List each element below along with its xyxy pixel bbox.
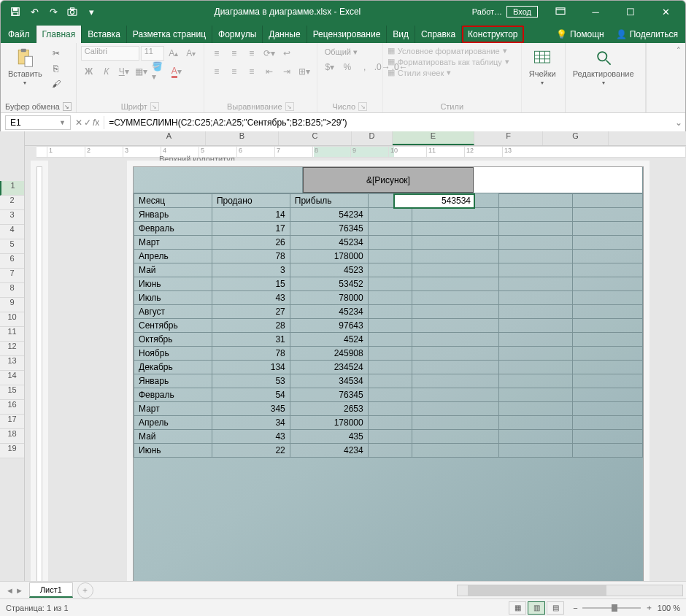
cell[interactable] bbox=[572, 236, 642, 250]
zoom-in[interactable]: ＋ bbox=[645, 602, 653, 613]
font-color-button[interactable]: A▾ bbox=[169, 64, 185, 79]
cell[interactable]: 45234 bbox=[290, 305, 368, 319]
view-page-layout[interactable]: ▥ bbox=[528, 601, 545, 615]
cell[interactable] bbox=[499, 430, 572, 444]
cell[interactable]: 54 bbox=[212, 388, 290, 402]
cell[interactable] bbox=[572, 347, 642, 361]
cell[interactable]: Февраль bbox=[134, 388, 212, 402]
clipboard-dialog-launcher[interactable]: ↘ bbox=[63, 102, 72, 111]
cell[interactable]: 78 bbox=[212, 347, 290, 361]
cell[interactable] bbox=[412, 444, 499, 458]
zoom-out[interactable]: − bbox=[573, 604, 577, 612]
cell[interactable]: 14 bbox=[212, 208, 290, 222]
header-right[interactable] bbox=[474, 167, 643, 193]
align-right-icon[interactable]: ≡ bbox=[244, 64, 260, 79]
bold-button[interactable]: Ж bbox=[81, 64, 97, 79]
number-format-combo[interactable]: Общий ▾ bbox=[322, 46, 379, 58]
row-header[interactable]: 14 bbox=[0, 371, 24, 385]
cell[interactable]: Август bbox=[134, 305, 212, 319]
cell[interactable]: Май bbox=[134, 263, 212, 277]
cell[interactable]: 43 bbox=[212, 291, 290, 305]
orientation-icon[interactable]: ⟳▾ bbox=[261, 46, 277, 61]
row-header[interactable]: 17 bbox=[0, 415, 24, 429]
qat-customize[interactable]: ▾ bbox=[82, 3, 100, 20]
cell[interactable] bbox=[368, 402, 412, 416]
cell[interactable]: 78000 bbox=[290, 291, 368, 305]
selected-cell[interactable]: 543534 bbox=[393, 193, 475, 209]
zoom-level[interactable]: 100 % bbox=[658, 604, 680, 612]
cut-button[interactable]: ✂ bbox=[48, 46, 64, 61]
cell[interactable] bbox=[499, 208, 572, 222]
cell[interactable] bbox=[572, 402, 642, 416]
comma-icon[interactable]: , bbox=[357, 60, 373, 74]
tab-view[interactable]: Вид bbox=[387, 26, 415, 43]
cell[interactable] bbox=[412, 319, 499, 333]
sheet-nav-prev[interactable]: ◄ bbox=[6, 586, 14, 595]
cell[interactable]: 76345 bbox=[290, 388, 368, 402]
login-button[interactable]: Вход bbox=[506, 6, 538, 18]
cell[interactable]: 34534 bbox=[290, 374, 368, 388]
editing-button[interactable]: Редактирование▾ bbox=[570, 46, 637, 88]
cell[interactable] bbox=[572, 374, 642, 388]
column-header-E[interactable]: E bbox=[393, 131, 474, 145]
align-left-icon[interactable]: ≡ bbox=[209, 64, 225, 79]
name-box[interactable]: E1▼ bbox=[5, 115, 71, 130]
save-button[interactable] bbox=[7, 3, 24, 20]
cell[interactable] bbox=[412, 374, 499, 388]
cell[interactable] bbox=[412, 402, 499, 416]
cell[interactable] bbox=[499, 250, 572, 263]
cell[interactable] bbox=[412, 416, 499, 430]
cell[interactable] bbox=[499, 444, 572, 458]
column-header-C[interactable]: C bbox=[279, 131, 352, 145]
cell[interactable] bbox=[499, 333, 572, 347]
cell[interactable]: 45234 bbox=[290, 236, 368, 250]
tab-review[interactable]: Рецензирование bbox=[307, 26, 388, 43]
cell[interactable] bbox=[572, 388, 642, 402]
font-name-combo[interactable]: Calibri bbox=[81, 46, 139, 61]
cell[interactable] bbox=[572, 361, 642, 374]
cell[interactable]: 22 bbox=[212, 444, 290, 458]
view-page-break[interactable]: ▤ bbox=[547, 601, 564, 615]
view-normal[interactable]: ▦ bbox=[509, 601, 526, 615]
font-size-combo[interactable]: 11 bbox=[141, 46, 164, 61]
cell[interactable] bbox=[412, 361, 499, 374]
cell[interactable] bbox=[412, 277, 499, 291]
cell[interactable]: Сентябрь bbox=[134, 319, 212, 333]
cell[interactable] bbox=[368, 236, 412, 250]
align-middle-icon[interactable]: ≡ bbox=[226, 46, 242, 61]
cell[interactable] bbox=[412, 250, 499, 263]
tab-design[interactable]: Конструктор bbox=[462, 26, 523, 43]
tell-me[interactable]: 💡Помощн bbox=[550, 26, 610, 43]
cell[interactable]: Март bbox=[134, 402, 212, 416]
cell[interactable]: Июнь bbox=[134, 277, 212, 291]
cell[interactable]: Прибыль bbox=[290, 194, 368, 208]
cell[interactable] bbox=[572, 416, 642, 430]
cell[interactable] bbox=[412, 222, 499, 236]
cell[interactable] bbox=[572, 222, 642, 236]
expand-formula-bar[interactable]: ⌄ bbox=[672, 118, 685, 128]
cell[interactable]: 97643 bbox=[290, 319, 368, 333]
row-header[interactable]: 9 bbox=[0, 298, 24, 312]
share-button[interactable]: 👤Поделиться bbox=[610, 26, 684, 43]
percent-icon[interactable]: % bbox=[339, 60, 355, 74]
wrap-text-icon[interactable]: ↩ bbox=[279, 46, 295, 61]
cell[interactable]: 178000 bbox=[290, 416, 368, 430]
cell[interactable]: Февраль bbox=[134, 222, 212, 236]
cell[interactable]: 17 bbox=[212, 222, 290, 236]
row-header[interactable]: 13 bbox=[0, 356, 24, 371]
cell[interactable]: Апрель bbox=[134, 250, 212, 263]
cell[interactable]: Апрель bbox=[134, 416, 212, 430]
collapse-ribbon-icon[interactable]: ˄ bbox=[677, 46, 681, 55]
ribbon-display-options[interactable] bbox=[544, 1, 577, 23]
row-header[interactable]: 2 bbox=[0, 196, 24, 210]
cell[interactable] bbox=[412, 208, 499, 222]
cell[interactable] bbox=[368, 361, 412, 374]
tab-file[interactable]: Файл bbox=[2, 26, 36, 43]
format-as-table-button[interactable]: ▦Форматировать как таблицу▾ bbox=[388, 57, 509, 66]
cell[interactable] bbox=[499, 305, 572, 319]
increase-font-icon[interactable]: A▴ bbox=[166, 46, 182, 61]
fill-color-button[interactable]: 🪣▾ bbox=[151, 64, 167, 79]
tab-help[interactable]: Справка bbox=[415, 26, 462, 43]
cell[interactable]: Месяц bbox=[134, 194, 212, 208]
cell[interactable]: 234524 bbox=[290, 361, 368, 374]
